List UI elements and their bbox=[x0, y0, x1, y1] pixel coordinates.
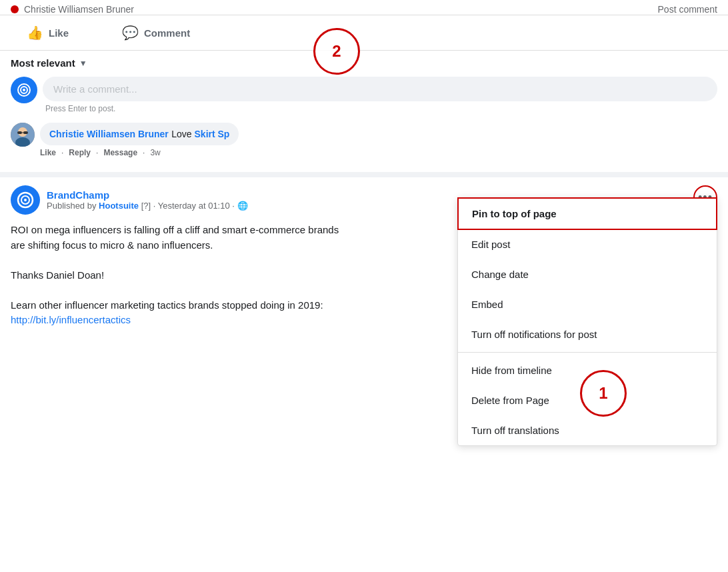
dropdown-change-date[interactable]: Change date bbox=[458, 259, 717, 289]
dropdown-edit-post[interactable]: Edit post bbox=[458, 229, 717, 259]
meta-separator: · bbox=[153, 201, 158, 211]
post-section: BrandChamp Published by Hootsuite [?] · … bbox=[0, 177, 728, 336]
dropdown-delete-from-page[interactable]: Delete from Page bbox=[458, 385, 717, 415]
dot-separator: · bbox=[61, 148, 63, 157]
dropdown-pin-to-top[interactable]: Pin to top of page bbox=[457, 197, 717, 230]
dropdown-divider bbox=[458, 352, 717, 353]
svg-point-2 bbox=[23, 89, 25, 91]
comment-icon: 💬 bbox=[122, 25, 139, 41]
comment-text: Love Skirt Sp bbox=[171, 129, 229, 139]
post-author-name: BrandChamp bbox=[47, 189, 248, 201]
spiral-icon bbox=[16, 82, 32, 98]
post-meta: Published by Hootsuite [?] · Yesterday a… bbox=[47, 201, 248, 211]
svg-rect-6 bbox=[17, 131, 22, 134]
like-icon: 👍 bbox=[27, 25, 43, 41]
dropdown-turn-off-translations[interactable]: Turn off translations bbox=[458, 415, 717, 445]
comment-item: Christie Williamsen Bruner Love Skirt Sp… bbox=[11, 123, 717, 157]
svg-rect-7 bbox=[23, 131, 28, 134]
commenter-photo bbox=[11, 123, 35, 147]
post-time: Yesterday at 01:10 bbox=[158, 201, 230, 211]
top-right-text: Post comment bbox=[658, 4, 717, 15]
published-by-text: Published by bbox=[47, 201, 96, 211]
top-author: Christie Williamsen Bruner bbox=[11, 4, 134, 15]
globe-icon: 🌐 bbox=[237, 201, 248, 211]
dropdown-embed[interactable]: Embed bbox=[458, 289, 717, 319]
comments-section: Most relevant ▼ Write a comment... Press… bbox=[0, 51, 728, 172]
comment-content: Christie Williamsen Bruner Love Skirt Sp… bbox=[40, 123, 239, 157]
comment-author: Christie Williamsen Bruner bbox=[49, 129, 169, 139]
svg-point-11 bbox=[24, 199, 27, 201]
like-button[interactable]: 👍 Like bbox=[0, 19, 95, 46]
top-header: Christie Williamsen Bruner Post comment bbox=[0, 0, 728, 15]
red-dot-icon bbox=[11, 5, 19, 13]
comment-actions: Like · Reply · Message · 3w bbox=[40, 148, 239, 157]
comment-input[interactable]: Write a comment... bbox=[43, 77, 717, 101]
comment-input-wrapper: Write a comment... Press Enter to post. bbox=[43, 77, 717, 113]
dropdown-turn-off-notifications[interactable]: Turn off notifications for post bbox=[458, 319, 717, 349]
dot-separator2: · bbox=[96, 148, 98, 157]
post-avatar bbox=[11, 185, 40, 215]
chevron-down-icon: ▼ bbox=[79, 59, 87, 68]
post-author-info: BrandChamp Published by Hootsuite [?] · … bbox=[47, 189, 248, 211]
commenter-avatar bbox=[11, 123, 35, 147]
dot-separator3: · bbox=[143, 148, 145, 157]
user-avatar bbox=[11, 77, 37, 103]
post-header: BrandChamp Published by Hootsuite [?] · … bbox=[11, 185, 717, 215]
comment-hint: Press Enter to post. bbox=[43, 104, 717, 113]
comment-time: 3w bbox=[150, 148, 160, 157]
dropdown-menu: Pin to top of page Edit post Change date… bbox=[457, 197, 717, 446]
more-button-wrapper: ••• Pin to top of page Edit post Change … bbox=[693, 185, 717, 209]
action-bar: 👍 Like 💬 Comment bbox=[0, 15, 728, 51]
comment-reply-action[interactable]: Reply bbox=[69, 148, 91, 157]
comment-message-action[interactable]: Message bbox=[103, 148, 137, 157]
brandchamp-icon bbox=[16, 191, 35, 209]
hootsuite-link[interactable]: Hootsuite bbox=[99, 201, 139, 211]
comment-bubble: Christie Williamsen Bruner Love Skirt Sp bbox=[40, 123, 239, 145]
section-divider bbox=[0, 172, 728, 177]
comment-input-row: Write a comment... Press Enter to post. bbox=[11, 77, 717, 113]
comment-link[interactable]: Skirt Sp bbox=[195, 129, 230, 139]
dropdown-hide-from-timeline[interactable]: Hide from timeline bbox=[458, 355, 717, 385]
like-label: Like bbox=[49, 27, 69, 39]
comment-button[interactable]: 💬 Comment bbox=[95, 19, 217, 46]
question-mark: [?] bbox=[141, 201, 151, 211]
comments-filter[interactable]: Most relevant ▼ bbox=[11, 57, 717, 69]
post-author-row: BrandChamp Published by Hootsuite [?] · … bbox=[11, 185, 248, 215]
comment-label: Comment bbox=[144, 27, 190, 39]
filter-label: Most relevant bbox=[11, 57, 75, 69]
top-author-name: Christie Williamsen Bruner bbox=[24, 4, 134, 15]
post-url-link[interactable]: http://bit.ly/influencertactics bbox=[11, 314, 131, 325]
meta-separator2: · bbox=[232, 201, 237, 211]
comment-like-action[interactable]: Like bbox=[40, 148, 56, 157]
